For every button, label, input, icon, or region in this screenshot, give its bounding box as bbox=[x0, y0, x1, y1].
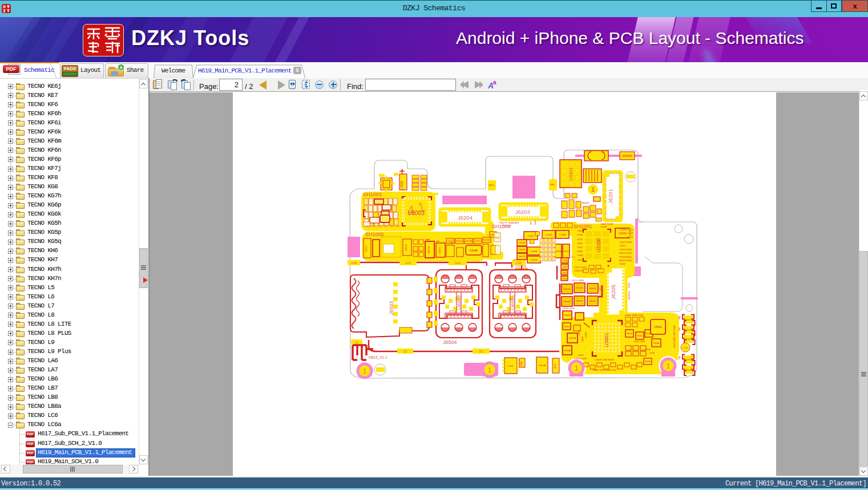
svg-text:L350B C33NB C650B: L350B C33NB C650B bbox=[624, 314, 644, 317]
svg-text:L3226: L3226 bbox=[577, 234, 583, 236]
svg-text:P3203 E3044: P3203 E3044 bbox=[619, 256, 632, 258]
svg-text:L3246: L3246 bbox=[577, 250, 583, 253]
svg-text:C8210: C8210 bbox=[475, 240, 481, 242]
svg-text:U6542: U6542 bbox=[654, 326, 662, 329]
svg-text:C3233: C3233 bbox=[585, 332, 587, 338]
svg-text:R3209 R3203: R3209 R3203 bbox=[619, 260, 632, 262]
svg-text:H13: H13 bbox=[679, 356, 681, 359]
svg-text:C100B: C100B bbox=[559, 234, 566, 236]
svg-text:U314B: U314B bbox=[645, 361, 651, 363]
svg-text:CH13B: CH13B bbox=[530, 259, 538, 261]
svg-text:N3203 C3032: N3203 C3032 bbox=[619, 252, 632, 254]
svg-text:SH1003: SH1003 bbox=[363, 192, 382, 197]
svg-text:V6302: V6302 bbox=[564, 314, 571, 317]
svg-text:C3006: C3006 bbox=[619, 263, 625, 265]
svg-text:ANT6002: ANT6002 bbox=[685, 329, 693, 331]
svg-text:L3234 L323C: L3234 L323C bbox=[562, 307, 575, 310]
svg-text:U3200: U3200 bbox=[596, 238, 601, 252]
svg-text:C3025: C3025 bbox=[619, 245, 625, 247]
svg-text:C.600S C30B R300S: C.600S C30B R300S bbox=[595, 359, 615, 361]
svg-text:L301: L301 bbox=[578, 331, 580, 335]
svg-text:TP_SCL4: TP_SCL4 bbox=[502, 225, 511, 227]
svg-text:L3254: L3254 bbox=[577, 259, 583, 261]
svg-text:C6L8: C6L8 bbox=[683, 347, 688, 349]
svg-text:H1B: H1B bbox=[679, 315, 681, 319]
svg-text:C300B: C300B bbox=[531, 250, 538, 253]
svg-text:G14: G14 bbox=[455, 261, 461, 265]
svg-text:1: 1 bbox=[487, 366, 491, 374]
svg-text:M6202: M6202 bbox=[457, 240, 463, 242]
svg-text:U650A: U650A bbox=[569, 337, 576, 339]
svg-text:SH1005: SH1005 bbox=[365, 232, 384, 237]
svg-text:C3207 R3204: C3207 R3204 bbox=[619, 241, 632, 244]
svg-text:LED6206: LED6206 bbox=[622, 155, 633, 157]
svg-text:C3201 C3241: C3201 C3241 bbox=[574, 266, 587, 269]
svg-text:ANT6004: ANT6004 bbox=[685, 359, 693, 361]
svg-text:C30?0 R3206: C30?0 R3206 bbox=[619, 249, 632, 251]
svg-text:U6301: U6301 bbox=[568, 167, 574, 181]
svg-text:L3C3 C300B: L3C3 C300B bbox=[572, 280, 584, 282]
svg-text:CH138: CH138 bbox=[519, 242, 526, 244]
svg-text:V61B C3302 L3303 C3304: V61B C3302 L3303 C3304 bbox=[673, 325, 676, 349]
svg-text:G1: G1 bbox=[355, 341, 359, 344]
svg-text:V614B: V614B bbox=[653, 342, 660, 345]
svg-text:CH01: CH01 bbox=[365, 225, 370, 228]
svg-text:L3247: L3247 bbox=[577, 242, 583, 245]
svg-text:L303G: L303G bbox=[578, 354, 584, 357]
svg-text:V6006: V6006 bbox=[590, 287, 596, 290]
svg-text:C2001: C2001 bbox=[365, 245, 368, 252]
svg-text:REC-: REC- bbox=[550, 183, 556, 186]
svg-text:L3307 L3306: L3307 L3306 bbox=[633, 341, 645, 343]
svg-text:C1009: C1009 bbox=[527, 235, 534, 237]
svg-text:L3141: L3141 bbox=[649, 352, 655, 354]
svg-text:P060 TP_SDA4 MI20: P060 TP_SDA4 MI20 bbox=[499, 222, 519, 224]
svg-text:CMP: CMP bbox=[449, 242, 454, 244]
svg-text:V6303: V6303 bbox=[564, 326, 570, 328]
svg-text:H12: H12 bbox=[679, 327, 681, 331]
svg-text:C301B: C301B bbox=[555, 250, 562, 253]
svg-text:1: 1 bbox=[574, 364, 578, 372]
svg-text:M001: M001 bbox=[599, 286, 601, 291]
svg-text:G3: G3 bbox=[479, 350, 483, 353]
svg-text:G13: G13 bbox=[405, 261, 411, 265]
svg-text:V6005: V6005 bbox=[576, 286, 583, 289]
svg-text:L7009: L7009 bbox=[400, 181, 403, 189]
svg-text:C3130: C3130 bbox=[645, 349, 651, 351]
svg-text:C3047: C3047 bbox=[561, 272, 567, 274]
svg-text:REC+: REC+ bbox=[489, 184, 495, 187]
svg-text:V6004: V6004 bbox=[564, 287, 571, 290]
svg-text:C11B: C11B bbox=[520, 361, 523, 366]
svg-text:G2: G2 bbox=[403, 350, 407, 353]
svg-text:RL204: RL204 bbox=[427, 246, 430, 253]
svg-text:ANT6005: ANT6005 bbox=[685, 369, 693, 371]
svg-text:CH01: CH01 bbox=[372, 225, 376, 228]
svg-text:J6504: J6504 bbox=[443, 339, 457, 345]
svg-text:C3017: C3017 bbox=[563, 250, 569, 253]
svg-text:V6010: V6010 bbox=[590, 299, 596, 302]
svg-text:1: 1 bbox=[362, 367, 366, 375]
svg-text:V6009: V6009 bbox=[576, 299, 583, 302]
svg-text:U010A: U010A bbox=[539, 364, 546, 367]
svg-text:C3068: C3068 bbox=[577, 254, 583, 257]
svg-text:U5003: U5003 bbox=[407, 210, 425, 216]
svg-text:L3221: L3221 bbox=[627, 236, 633, 238]
svg-text:1: 1 bbox=[591, 187, 595, 193]
svg-text:CH01: CH01 bbox=[383, 225, 388, 228]
svg-text:C404B: C404B bbox=[470, 249, 478, 252]
svg-text:J6205: J6205 bbox=[610, 285, 616, 299]
svg-text:V6500: V6500 bbox=[627, 333, 632, 335]
svg-text:G18: G18 bbox=[351, 261, 357, 265]
svg-text:CH01: CH01 bbox=[389, 225, 394, 228]
svg-text:C3013: C3013 bbox=[582, 337, 584, 342]
svg-text:ANT6003: ANT6003 bbox=[685, 338, 693, 341]
svg-text:1: 1 bbox=[666, 362, 670, 370]
svg-text:J6201: J6201 bbox=[607, 189, 613, 204]
svg-text:C300B: C300B bbox=[600, 226, 607, 228]
svg-text:ANT6001: ANT6001 bbox=[685, 319, 693, 321]
svg-text:C3023 C302A: C3023 C302A bbox=[515, 265, 527, 268]
svg-text:C1008: C1008 bbox=[546, 234, 552, 236]
svg-text:C33A5 L3100 U114B L3101: C33A5 L3100 U114B L3101 bbox=[592, 369, 616, 371]
svg-text:L300B R300B: L300B R300B bbox=[600, 223, 613, 225]
svg-text:H619_V1.1: H619_V1.1 bbox=[369, 355, 387, 360]
svg-text:CH139: CH139 bbox=[519, 249, 526, 251]
